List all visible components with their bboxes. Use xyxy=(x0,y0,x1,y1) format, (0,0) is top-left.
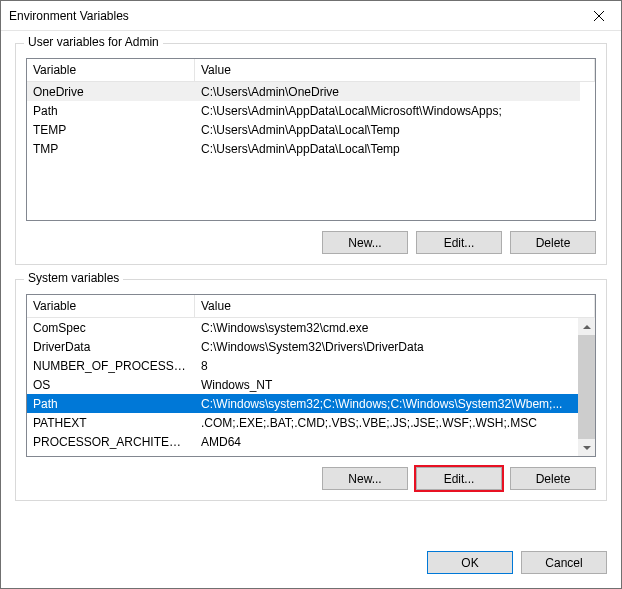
system-row-procarch[interactable]: PROCESSOR_ARCHITECTURE AMD64 xyxy=(27,432,580,451)
system-new-button[interactable]: New... xyxy=(322,467,408,490)
cell-variable: PROCESSOR_ARCHITECTURE xyxy=(27,435,195,449)
user-button-row: New... Edit... Delete xyxy=(26,231,596,254)
system-edit-button[interactable]: Edit... xyxy=(416,467,502,490)
cell-value: Windows_NT xyxy=(195,378,580,392)
cell-variable: DriverData xyxy=(27,340,195,354)
cell-variable: TMP xyxy=(27,142,195,156)
system-row-driverdata[interactable]: DriverData C:\Windows\System32\Drivers\D… xyxy=(27,337,580,356)
system-row-numprocessors[interactable]: NUMBER_OF_PROCESSORS 8 xyxy=(27,356,580,375)
close-button[interactable] xyxy=(576,1,621,30)
cell-value: C:\Users\Admin\AppData\Local\Temp xyxy=(195,142,580,156)
cell-variable: OneDrive xyxy=(27,85,195,99)
cell-value: 8 xyxy=(195,359,580,373)
dialog-content: User variables for Admin Variable Value … xyxy=(1,31,621,547)
user-row-tmp[interactable]: TMP C:\Users\Admin\AppData\Local\Temp xyxy=(27,139,580,158)
user-new-button[interactable]: New... xyxy=(322,231,408,254)
cell-variable: PATHEXT xyxy=(27,416,195,430)
cell-variable: Path xyxy=(27,397,195,411)
ok-button[interactable]: OK xyxy=(427,551,513,574)
system-row-os[interactable]: OS Windows_NT xyxy=(27,375,580,394)
cell-value: C:\Users\Admin\OneDrive xyxy=(195,85,580,99)
user-header-variable[interactable]: Variable xyxy=(27,59,195,81)
cell-variable: TEMP xyxy=(27,123,195,137)
cell-variable: NUMBER_OF_PROCESSORS xyxy=(27,359,195,373)
chevron-up-icon xyxy=(583,323,591,331)
system-row-comspec[interactable]: ComSpec C:\Windows\system32\cmd.exe xyxy=(27,318,580,337)
user-list-body: OneDrive C:\Users\Admin\OneDrive Path C:… xyxy=(27,82,595,220)
system-list-body: ComSpec C:\Windows\system32\cmd.exe Driv… xyxy=(27,318,595,456)
system-row-pathext[interactable]: PATHEXT .COM;.EXE;.BAT;.CMD;.VBS;.VBE;.J… xyxy=(27,413,580,432)
system-header-value[interactable]: Value xyxy=(195,295,595,317)
system-button-row: New... Edit... Delete xyxy=(26,467,596,490)
user-variables-list[interactable]: Variable Value OneDrive C:\Users\Admin\O… xyxy=(26,58,596,221)
scroll-up-button[interactable] xyxy=(578,318,595,335)
scroll-thumb[interactable] xyxy=(578,335,595,439)
user-group-title: User variables for Admin xyxy=(24,35,163,49)
dialog-footer: OK Cancel xyxy=(1,547,621,588)
window-title: Environment Variables xyxy=(9,9,129,23)
cancel-button[interactable]: Cancel xyxy=(521,551,607,574)
user-row-temp[interactable]: TEMP C:\Users\Admin\AppData\Local\Temp xyxy=(27,120,580,139)
cell-variable: ComSpec xyxy=(27,321,195,335)
system-delete-button[interactable]: Delete xyxy=(510,467,596,490)
cell-variable: OS xyxy=(27,378,195,392)
system-list-scrollbar[interactable] xyxy=(578,318,595,456)
cell-value: C:\Users\Admin\AppData\Local\Temp xyxy=(195,123,580,137)
cell-value: C:\Users\Admin\AppData\Local\Microsoft\W… xyxy=(195,104,580,118)
close-icon xyxy=(594,11,604,21)
user-header-value[interactable]: Value xyxy=(195,59,595,81)
system-variables-list[interactable]: Variable Value ComSpec C:\Windows\system… xyxy=(26,294,596,457)
scroll-track[interactable] xyxy=(578,335,595,439)
cell-value: .COM;.EXE;.BAT;.CMD;.VBS;.VBE;.JS;.JSE;.… xyxy=(195,416,580,430)
user-row-path[interactable]: Path C:\Users\Admin\AppData\Local\Micros… xyxy=(27,101,580,120)
cell-value: C:\Windows\System32\Drivers\DriverData xyxy=(195,340,580,354)
environment-variables-dialog: Environment Variables User variables for… xyxy=(0,0,622,589)
user-delete-button[interactable]: Delete xyxy=(510,231,596,254)
user-variables-group: User variables for Admin Variable Value … xyxy=(15,43,607,265)
scroll-down-button[interactable] xyxy=(578,439,595,456)
system-group-title: System variables xyxy=(24,271,123,285)
system-variables-group: System variables Variable Value ComSpec … xyxy=(15,279,607,501)
cell-value: C:\Windows\system32;C:\Windows;C:\Window… xyxy=(195,397,580,411)
chevron-down-icon xyxy=(583,444,591,452)
cell-value: AMD64 xyxy=(195,435,580,449)
user-row-onedrive[interactable]: OneDrive C:\Users\Admin\OneDrive xyxy=(27,82,580,101)
system-row-path[interactable]: Path C:\Windows\system32;C:\Windows;C:\W… xyxy=(27,394,580,413)
cell-variable: Path xyxy=(27,104,195,118)
titlebar: Environment Variables xyxy=(1,1,621,31)
system-list-header: Variable Value xyxy=(27,295,595,318)
user-list-header: Variable Value xyxy=(27,59,595,82)
cell-value: C:\Windows\system32\cmd.exe xyxy=(195,321,580,335)
system-header-variable[interactable]: Variable xyxy=(27,295,195,317)
user-edit-button[interactable]: Edit... xyxy=(416,231,502,254)
